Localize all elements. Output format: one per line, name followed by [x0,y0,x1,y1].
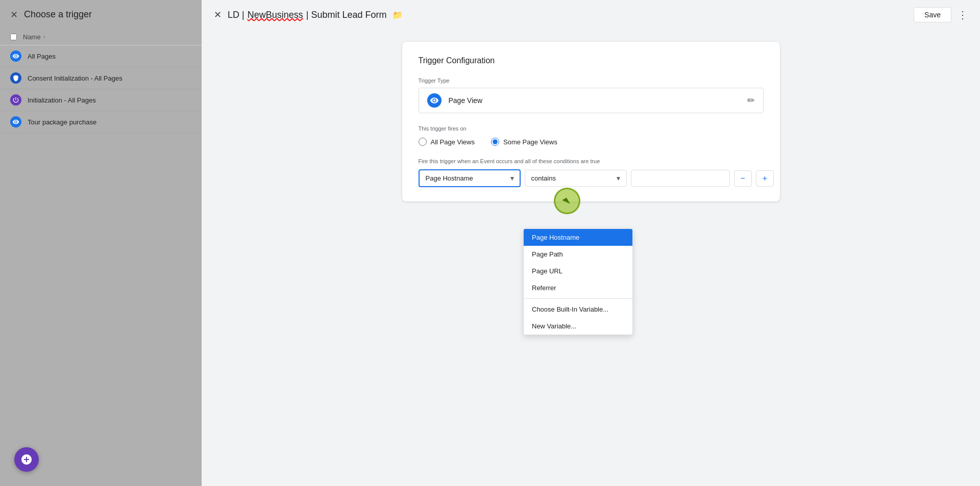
dropdown-item-referrer[interactable]: Referrer [524,279,632,296]
sidebar-item-tour[interactable]: Tour package purchase [0,111,202,133]
fab-button[interactable] [14,447,39,472]
fires-on-label: This trigger fires on [419,125,764,132]
condition-row: Page Hostname ▼ contains ▼ − + [419,169,764,187]
main-close-button[interactable]: ✕ [214,9,222,20]
consent-icon [10,72,21,84]
dropdown-item-page-hostname[interactable]: Page Hostname [524,229,632,246]
trigger-type-edit-button[interactable]: ✏ [747,95,755,106]
sidebar-header: ✕ Choose a trigger [0,0,202,29]
trigger-type-name: Page View [449,96,747,105]
variable-select-container: Page Hostname ▼ [419,169,521,187]
top-bar-actions: Save ⋮ [914,7,968,22]
variable-select[interactable]: Page Hostname [419,169,521,187]
consent-label: Consent Initialization - All Pages [28,74,122,82]
title-prefix: LD | [228,10,244,20]
sidebar-item-init[interactable]: Initialization - All Pages [0,89,202,111]
radio-group: All Page Views Some Page Views [419,138,764,146]
sidebar-item-all-pages[interactable]: All Pages [0,45,202,67]
content-area: Trigger Configuration Trigger Type Page … [202,30,980,486]
remove-condition-button[interactable]: − [734,170,752,187]
sidebar: ✕ Choose a trigger Name ↑ All Pages Cons… [0,0,202,486]
conditions-label: Fire this trigger when an Event occurs a… [419,158,764,164]
dropdown-item-new-variable[interactable]: New Variable... [524,318,632,335]
radio-some-page-views-input[interactable] [491,138,499,146]
folder-icon[interactable]: 📁 [393,10,403,20]
tour-icon [10,116,21,127]
operator-select[interactable]: contains [525,170,627,187]
sidebar-close-button[interactable]: ✕ [10,10,18,19]
name-column-header[interactable]: Name ↑ [23,33,45,41]
radio-all-page-views-input[interactable] [419,138,427,146]
trigger-card-title: Trigger Configuration [419,56,764,65]
page-title: LD | NewBusiness | Submit Lead Form 📁 [228,10,908,20]
tour-label: Tour package purchase [28,118,96,126]
radio-all-label: All Page Views [431,138,475,146]
title-brand: NewBusiness [248,10,303,20]
radio-some-label: Some Page Views [503,138,557,146]
main-area: ✕ LD | NewBusiness | Submit Lead Form 📁 … [202,0,980,486]
sidebar-item-consent[interactable]: Consent Initialization - All Pages [0,67,202,89]
sort-arrow-icon: ↑ [43,34,45,40]
trigger-type-label: Trigger Type [419,78,764,84]
add-condition-button[interactable]: + [756,170,774,187]
dropdown-divider [524,298,632,299]
condition-value-input[interactable] [631,170,730,187]
trigger-type-box: Page View ✏ [419,88,764,113]
more-options-button[interactable]: ⋮ [958,9,968,21]
sidebar-title: Choose a trigger [24,9,92,20]
trigger-type-icon [427,93,442,108]
init-label: Initialization - All Pages [28,96,96,104]
dropdown-item-page-path[interactable]: Page Path [524,246,632,263]
dropdown-item-page-url[interactable]: Page URL [524,263,632,279]
trigger-configuration-card: Trigger Configuration Trigger Type Page … [402,42,780,201]
sidebar-list: All Pages Consent Initialization - All P… [0,45,202,486]
init-icon [10,94,21,106]
top-bar: ✕ LD | NewBusiness | Submit Lead Form 📁 … [202,0,980,30]
dropdown-item-choose-builtin[interactable]: Choose Built-In Variable... [524,301,632,318]
select-all-checkbox[interactable] [10,34,17,40]
radio-some-page-views[interactable]: Some Page Views [491,138,557,146]
variable-dropdown-popup: Page Hostname Page Path Page URL Referre… [523,228,633,335]
sidebar-table-header: Name ↑ [0,29,202,45]
all-pages-icon [10,50,21,62]
save-button[interactable]: Save [914,7,951,22]
title-suffix: | Submit Lead Form [306,10,387,20]
all-pages-label: All Pages [28,53,56,60]
radio-all-page-views[interactable]: All Page Views [419,138,475,146]
operator-select-container: contains ▼ [525,170,627,187]
